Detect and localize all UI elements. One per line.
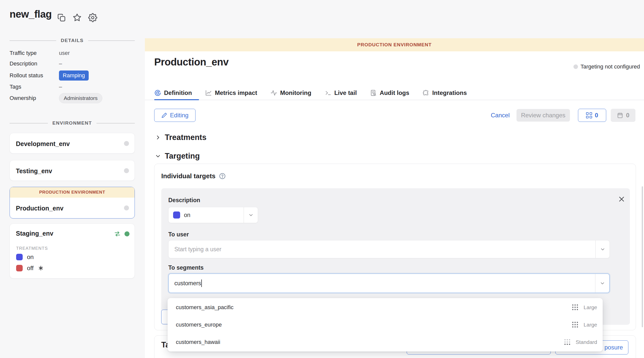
chevron-down-icon: [600, 246, 605, 252]
segment-large-icon: [572, 304, 578, 310]
tab-metrics-impact[interactable]: Metrics impact: [205, 89, 257, 96]
env-card-development[interactable]: Development_env: [10, 133, 135, 154]
traffic-type-value: user: [59, 50, 70, 56]
audit-document-icon: [370, 89, 377, 96]
to-segments-combobox-focused[interactable]: customers: [168, 273, 610, 293]
pulse-icon: [270, 89, 277, 96]
details-section-title: DETAILS: [61, 38, 83, 43]
tab-bar: Definition Metrics impact Monitoring Liv…: [154, 86, 467, 100]
segment-option[interactable]: customers_hawaii Standard: [168, 333, 603, 351]
tags-label: Tags: [10, 84, 59, 90]
treatment-on-row: on: [16, 254, 34, 261]
select-chevron-zone[interactable]: [244, 207, 258, 223]
chevron-down-icon: [248, 212, 254, 218]
segment-size-label: Standard: [576, 339, 597, 345]
env-status-dot-active: [124, 231, 130, 236]
changes-grid-count-button[interactable]: 0: [578, 109, 606, 122]
detail-row-traffic-type: Traffic type user: [10, 50, 135, 56]
detail-row-rollout-status: Rollout status Ramping: [10, 70, 135, 81]
metrics-chart-icon: [205, 89, 212, 96]
treatment-color-swatch: [173, 211, 180, 219]
segment-size-label: Large: [584, 304, 597, 310]
star-icon[interactable]: [73, 13, 82, 22]
treatment-off-label: off: [27, 265, 34, 272]
detail-row-tags: Tags –: [10, 84, 135, 90]
to-segments-input-value[interactable]: customers: [174, 280, 201, 287]
selected-treatment-value: on: [184, 212, 244, 219]
tab-monitoring[interactable]: Monitoring: [270, 89, 311, 96]
treatment-select[interactable]: on: [168, 207, 258, 223]
chevron-down-icon: [600, 280, 605, 286]
production-banner: PRODUCTION ENVIRONMENT: [10, 187, 135, 198]
tab-live-tail[interactable]: Live tail: [325, 89, 357, 96]
close-icon[interactable]: [618, 195, 625, 203]
combobox-chevron-zone[interactable]: [595, 240, 609, 258]
environment-section-title: ENVIRONMENT: [52, 120, 92, 126]
env-name: Production_env: [16, 205, 63, 212]
production-environment-banner: PRODUCTION ENVIRONMENT: [145, 38, 644, 51]
detail-row-ownership: Ownership Administrators: [10, 93, 135, 103]
description-label: Description: [10, 60, 59, 67]
copy-icon[interactable]: [57, 13, 66, 22]
calendar-icon: [617, 112, 623, 119]
env-status-dot: [124, 141, 129, 146]
vertical-scrollbar-thumb[interactable]: [642, 186, 643, 327]
segment-option[interactable]: customers_europe Large: [168, 316, 603, 333]
definition-target-icon: [154, 89, 161, 96]
cancel-link[interactable]: Cancel: [491, 112, 510, 119]
treatment-on-label: on: [27, 254, 34, 261]
gear-icon[interactable]: [88, 13, 97, 22]
targeting-status: Targeting not configured: [573, 63, 640, 70]
env-status-dot: [124, 205, 129, 210]
tab-definition[interactable]: Definition: [154, 89, 192, 96]
treatment-off-swatch: [16, 265, 23, 271]
treatments-title: TREATMENTS: [16, 246, 48, 251]
text-cursor: [201, 279, 202, 287]
detail-row-description: Description –: [10, 60, 135, 67]
rollout-status-badge: Ramping: [59, 70, 89, 81]
tags-value: –: [59, 84, 62, 90]
chevron-down-icon: [155, 153, 161, 159]
tab-integrations[interactable]: Integrations: [422, 89, 467, 96]
segment-large-icon: [572, 322, 578, 328]
page-title: new_flag: [10, 9, 52, 20]
ownership-badge: Administrators: [59, 93, 102, 103]
pencil-icon: [161, 112, 167, 118]
status-dot-icon: [573, 64, 578, 69]
traffic-type-label: Traffic type: [10, 50, 59, 56]
env-name: Development_env: [16, 140, 70, 148]
to-user-input[interactable]: [174, 246, 595, 253]
description-field-label: Description: [168, 197, 200, 204]
tab-audit-logs[interactable]: Audit logs: [370, 89, 409, 96]
to-segments-field-label: To segments: [168, 264, 204, 271]
env-name: Staging_env: [16, 230, 53, 237]
description-value: –: [59, 60, 62, 67]
to-user-combobox: [168, 240, 610, 258]
grid-icon: [586, 112, 592, 118]
treatments-section-toggle[interactable]: Treatments: [155, 133, 206, 142]
puzzle-icon: [422, 89, 429, 96]
default-treatment-asterisk-icon: [38, 265, 44, 271]
feature-flag-page: new_flag DETAILS Traffic type user Descr…: [0, 0, 644, 358]
env-status-dot: [124, 168, 129, 173]
env-card-production[interactable]: PRODUCTION ENVIRONMENT Production_env: [10, 187, 135, 219]
chevron-right-icon: [155, 134, 161, 140]
segment-standard-icon: [564, 339, 570, 345]
details-divider: DETAILS: [10, 38, 135, 43]
to-user-field-label: To user: [168, 231, 189, 238]
env-name: Testing_env: [16, 167, 52, 175]
treatment-on-swatch: [16, 254, 23, 260]
review-changes-button[interactable]: Review changes: [517, 109, 570, 122]
scheduled-changes-count-button[interactable]: 0: [611, 109, 635, 122]
ownership-label: Ownership: [10, 95, 59, 101]
segment-size-label: Large: [584, 322, 597, 328]
segment-option[interactable]: customers_asia_pacific Large: [168, 299, 603, 316]
editing-button[interactable]: Editing: [154, 109, 196, 122]
env-card-testing[interactable]: Testing_env: [10, 160, 135, 181]
combobox-chevron-zone[interactable]: [595, 274, 609, 293]
env-card-staging[interactable]: Staging_env TREATMENTS on off: [10, 224, 135, 278]
help-icon[interactable]: [219, 173, 226, 180]
targeting-section-toggle[interactable]: Targeting: [155, 152, 200, 161]
rules-transfer-icon: [114, 230, 121, 237]
segments-dropdown: customers_asia_pacific Large customers_e…: [168, 298, 603, 351]
